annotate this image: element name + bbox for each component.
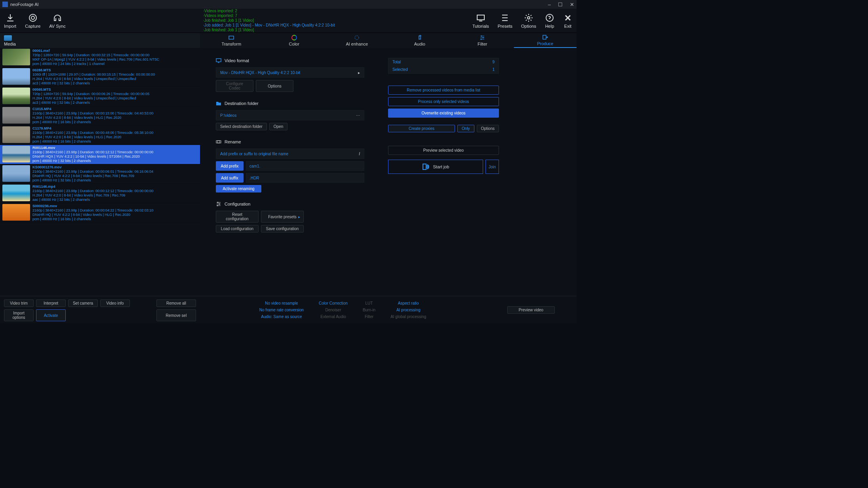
svg-point-26	[217, 202, 219, 203]
destination-header: Destination folder	[216, 101, 364, 106]
clip-filename: R001146.mov	[32, 146, 153, 150]
summary-cell: Color Correction	[312, 300, 355, 306]
tutorials-icon	[476, 13, 485, 23]
presets-button[interactable]: Presets	[498, 13, 512, 29]
summary-table: No video resampleColor CorrectionLUTAspe…	[251, 299, 434, 320]
clip-item[interactable]: S0000236.mov2160p | 3840×2160 | 23.98p |…	[0, 203, 200, 223]
clip-item[interactable]: C1179.MP42160p | 3840×2160 | 23.98p | Du…	[0, 126, 200, 145]
remove-sel-button[interactable]: Remove sel	[156, 309, 196, 321]
rename-icon	[216, 139, 221, 145]
tab-transform[interactable]: Transform	[200, 33, 263, 48]
tab-aienhance[interactable]: AI enhance	[326, 33, 388, 48]
suffix-input[interactable]	[246, 173, 364, 183]
join-button[interactable]: Join	[485, 160, 499, 174]
preview-selected-button[interactable]: Preview selected video	[388, 146, 499, 155]
import-options-button[interactable]: Import options	[4, 309, 34, 321]
format-options-button[interactable]: Options	[256, 80, 293, 92]
open-folder-button[interactable]: Open	[269, 123, 287, 130]
tab-color[interactable]: Color	[263, 33, 326, 48]
clip-thumbnail	[2, 88, 30, 104]
options-button[interactable]: Options	[521, 13, 536, 29]
proxies-options-button[interactable]: Options	[477, 125, 499, 132]
log-panel: ·Videos imported: 2·Videos imported: 7·J…	[203, 9, 335, 32]
clip-filename: C1179.MP4	[32, 126, 153, 131]
load-config-button[interactable]: Load configuration	[216, 225, 259, 233]
help-button[interactable]: Help	[545, 13, 554, 29]
help-icon	[545, 13, 554, 23]
clip-filename: KS00001276.mov	[32, 165, 153, 170]
activate-renaming-button[interactable]: Activate renaming	[216, 185, 261, 193]
import-button[interactable]: Import	[4, 13, 16, 29]
close-button[interactable]: ✕	[570, 2, 574, 8]
rename-header: Rename	[216, 139, 364, 145]
video-info-button[interactable]: Video info	[100, 299, 130, 307]
clip-filename: S0000236.mov	[32, 204, 153, 208]
clip-thumbnail	[2, 49, 30, 65]
video-format-select[interactable]: Mov - DNxHR HQX - High Quality 4:2:2 10-…	[216, 67, 364, 78]
svg-point-28	[217, 205, 218, 206]
remove-all-button[interactable]: Remove all	[156, 299, 196, 307]
capture-button[interactable]: Capture	[25, 13, 40, 29]
remove-processed-button[interactable]: Remove processed videos from media list	[388, 86, 499, 95]
clip-thumbnail	[2, 68, 30, 85]
summary-cell: Audio: Same as source	[252, 314, 311, 320]
color-icon	[291, 34, 297, 41]
footer: Video trim Interpret Set camera Video in…	[0, 296, 577, 323]
prefix-input[interactable]	[246, 161, 364, 171]
maximize-button[interactable]: ☐	[558, 2, 563, 8]
avsync-button[interactable]: AV Sync	[49, 13, 65, 29]
configure-codec-button[interactable]: Configure Codec	[216, 80, 253, 92]
presets-icon	[500, 13, 510, 23]
clip-item[interactable]: KS00001276.mov2160p | 3840×2160 | 23.98p…	[0, 164, 200, 184]
preview-video-button[interactable]: Preview video	[507, 306, 555, 314]
total-label: Total	[392, 60, 401, 64]
interpret-button[interactable]: Interpret	[36, 299, 66, 307]
clip-item[interactable]: 00565.MTS720p | 1280×720 | 59.94p | Dura…	[0, 87, 200, 106]
tab-filter[interactable]: Filter	[451, 33, 514, 48]
favorite-presets-button[interactable]: Favorite presets ▸	[261, 211, 304, 223]
clip-item[interactable]: C1015.MP42160p | 3840×2160 | 23.98p | Du…	[0, 106, 200, 126]
clip-filename: 00001.mxf	[32, 49, 159, 53]
exit-button[interactable]: Exit	[563, 13, 573, 29]
media-list: 00001.mxf720p | 1280×720 | 59.94p | Dura…	[0, 48, 200, 296]
main-toolbar: ImportCaptureAV Sync ·Videos imported: 2…	[0, 9, 577, 32]
log-line: ·Job added: Job 1 [1 Video] - Mov - DNxH…	[203, 23, 335, 28]
clip-thumbnail	[2, 165, 30, 182]
start-job-button[interactable]: Start job	[388, 160, 483, 174]
minimize-button[interactable]: –	[548, 2, 551, 8]
filter-icon	[479, 34, 485, 41]
add-suffix-button[interactable]: Add suffix	[216, 173, 244, 183]
svg-rect-19	[216, 59, 221, 62]
summary-cell: LUT	[356, 300, 383, 306]
set-camera-button[interactable]: Set camera	[68, 299, 98, 307]
svg-point-10	[292, 35, 297, 40]
tutorials-button[interactable]: Tutorials	[472, 13, 489, 29]
svg-rect-21	[216, 141, 220, 143]
save-config-button[interactable]: Save configuration	[261, 225, 304, 233]
add-prefix-button[interactable]: Add prefix	[216, 161, 244, 171]
clip-item[interactable]: 00288.MTS1080i tff | 1920×1080 | 29.97i …	[0, 67, 200, 87]
tab-audio[interactable]: Audio	[388, 33, 451, 48]
select-destination-button[interactable]: Select destination folder	[216, 123, 267, 130]
rename-template-field[interactable]: Add prefix or suffix to original file na…	[216, 149, 364, 159]
process-selected-button[interactable]: Process only selected videos	[388, 97, 499, 106]
activate-button[interactable]: Activate	[36, 309, 66, 321]
only-button[interactable]: Only	[457, 125, 474, 132]
create-proxies-button[interactable]: Create proxies	[388, 125, 455, 132]
tab-produce[interactable]: Produce	[514, 33, 577, 48]
clip-item[interactable]: R001146.mp42160p | 3840×2160 | 23.98p | …	[0, 184, 200, 203]
clip-item[interactable]: R001146.mov2160p | 3840×2160 | 23.98p | …	[0, 145, 200, 164]
clip-thumbnail	[2, 126, 30, 143]
overwrite-existing-button[interactable]: Overwrite existing videos	[388, 109, 499, 118]
log-line: ·Videos imported: 2	[203, 9, 335, 13]
app-icon	[2, 2, 8, 7]
summary-cell: AI processing	[383, 307, 433, 313]
selected-label: Selected	[392, 67, 408, 72]
summary-cell: Filter	[356, 314, 383, 320]
transform-icon	[228, 34, 234, 41]
destination-path-field[interactable]: P:\videos⋯	[216, 110, 364, 120]
video-trim-button[interactable]: Video trim	[4, 299, 34, 307]
clip-item[interactable]: 00001.mxf720p | 1280×720 | 59.94p | Dura…	[0, 48, 200, 67]
reset-config-button[interactable]: Reset configuration	[216, 211, 259, 223]
clip-filename: 00288.MTS	[32, 68, 155, 72]
